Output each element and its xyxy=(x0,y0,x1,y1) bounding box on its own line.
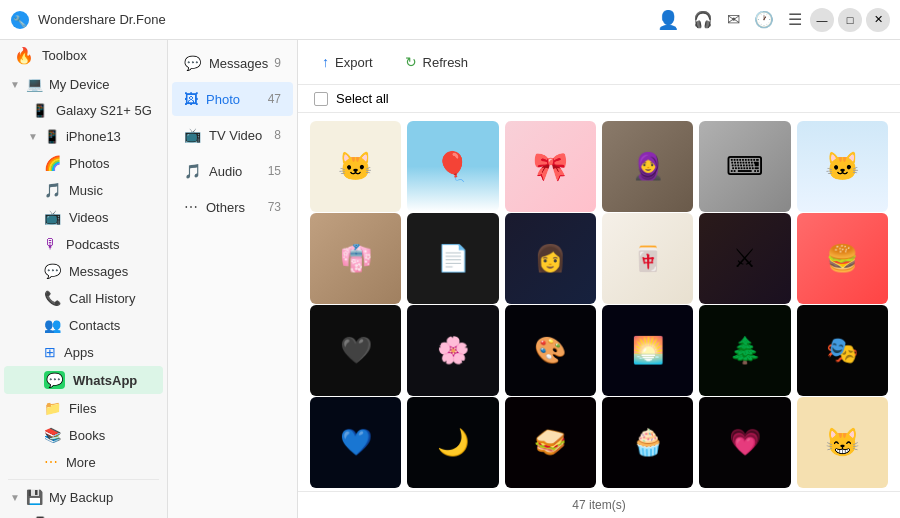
podcasts-icon: 🎙 xyxy=(44,236,58,252)
close-button[interactable]: ✕ xyxy=(866,8,890,32)
photo-cell[interactable]: 👩 xyxy=(505,213,596,304)
photo-thumbnail: 🎭 xyxy=(797,305,888,396)
photo-thumbnail: ⚔ xyxy=(699,213,790,304)
photo-thumbnail: 👘 xyxy=(310,213,401,304)
others-icon: ⋯ xyxy=(184,199,198,215)
photo-cell[interactable]: 🎈 xyxy=(407,121,498,212)
maximize-button[interactable]: □ xyxy=(838,8,862,32)
others-count: 73 xyxy=(268,200,281,214)
podcasts-label: Podcasts xyxy=(66,237,153,252)
photo-thumbnail: 🌅 xyxy=(602,305,693,396)
my-backup-label: My Backup xyxy=(49,490,113,505)
sidebar-item-apps[interactable]: ⊞ Apps xyxy=(4,339,163,365)
photo-cell[interactable]: 💙 xyxy=(310,397,401,488)
photo-cell[interactable]: 🧁 xyxy=(602,397,693,488)
sidebar-item-podcasts[interactable]: 🎙 Podcasts xyxy=(4,231,163,257)
sidebar-item-toolbox[interactable]: 🔥 Toolbox xyxy=(4,41,163,70)
history-icon[interactable]: 🕐 xyxy=(754,10,774,29)
photo-cell[interactable]: 🌸 xyxy=(407,305,498,396)
photo-cell[interactable]: 🀄 xyxy=(602,213,693,304)
apps-icon: ⊞ xyxy=(44,344,56,360)
phone-icon: 📱 xyxy=(32,103,48,118)
user-icon[interactable]: 👤 xyxy=(657,9,679,31)
sidebar-item-call-history[interactable]: 📞 Call History xyxy=(4,285,163,311)
menu-icon[interactable]: ☰ xyxy=(788,10,802,29)
photo-cell[interactable]: ⚔ xyxy=(699,213,790,304)
photo-cell[interactable]: ⌨ xyxy=(699,121,790,212)
middle-item-messages[interactable]: 💬 Messages 9 xyxy=(172,46,293,80)
middle-item-others[interactable]: ⋯ Others 73 xyxy=(172,190,293,224)
main-layout: 🔥 Toolbox ▼ 💻 My Device 📱 Galaxy S21+ 5G… xyxy=(0,40,900,518)
sidebar-backup-iphone13[interactable]: 📱 iPhone13 03/15 xyxy=(4,511,163,518)
photo-cell[interactable]: 👘 xyxy=(310,213,401,304)
headphone-icon[interactable]: 🎧 xyxy=(693,10,713,29)
sidebar-item-files[interactable]: 📁 Files xyxy=(4,395,163,421)
photo-thumbnail: 🎈 xyxy=(407,121,498,212)
audio-count: 15 xyxy=(268,164,281,178)
middle-item-photo[interactable]: 🖼 Photo 47 xyxy=(172,82,293,116)
sidebar-my-device[interactable]: ▼ 💻 My Device xyxy=(0,71,167,97)
photo-cell[interactable]: 🎀 xyxy=(505,121,596,212)
iphone13-icon: 📱 xyxy=(44,129,60,144)
contacts-icon: 👥 xyxy=(44,317,61,333)
photo-cell[interactable]: 🌲 xyxy=(699,305,790,396)
refresh-button[interactable]: ↻ Refresh xyxy=(397,50,477,74)
photo-thumbnail: 🍔 xyxy=(797,213,888,304)
messages-media-icon: 💬 xyxy=(184,55,201,71)
photo-cell[interactable]: 🌙 xyxy=(407,397,498,488)
sidebar-iphone13[interactable]: ▼ 📱 iPhone13 xyxy=(0,124,167,149)
photo-cell[interactable]: 🌅 xyxy=(602,305,693,396)
middle-item-tv-video[interactable]: 📺 TV Video 8 xyxy=(172,118,293,152)
sidebar-item-more[interactable]: ⋯ More xyxy=(4,449,163,475)
content-statusbar: 47 item(s) xyxy=(298,491,900,518)
photo-cell[interactable]: 🎨 xyxy=(505,305,596,396)
refresh-label: Refresh xyxy=(423,55,469,70)
sidebar-item-messages[interactable]: 💬 Messages xyxy=(4,258,163,284)
contacts-label: Contacts xyxy=(69,318,153,333)
window-controls: — □ ✕ xyxy=(810,8,890,32)
tv-video-count: 8 xyxy=(274,128,281,142)
refresh-icon: ↻ xyxy=(405,54,417,70)
photo-cell[interactable]: 🐱 xyxy=(310,121,401,212)
whatsapp-icon: 💬 xyxy=(44,371,65,389)
titlebar: 🔧 Wondershare Dr.Fone 👤 🎧 ✉ 🕐 ☰ — □ ✕ xyxy=(0,0,900,40)
photo-thumbnail: 💙 xyxy=(310,397,401,488)
sidebar-item-videos[interactable]: 📺 Videos xyxy=(4,204,163,230)
sidebar-item-music[interactable]: 🎵 Music xyxy=(4,177,163,203)
photo-cell[interactable]: 🎭 xyxy=(797,305,888,396)
photo-cell[interactable]: 📄 xyxy=(407,213,498,304)
apps-label: Apps xyxy=(64,345,153,360)
photo-cell[interactable]: 🍔 xyxy=(797,213,888,304)
sidebar-item-whatsapp[interactable]: 💬 WhatsApp xyxy=(4,366,163,394)
titlebar-icons: 👤 🎧 ✉ 🕐 ☰ xyxy=(657,9,802,31)
audio-icon: 🎵 xyxy=(184,163,201,179)
sidebar-item-contacts[interactable]: 👥 Contacts xyxy=(4,312,163,338)
minimize-button[interactable]: — xyxy=(810,8,834,32)
select-all-bar: Select all xyxy=(298,85,900,113)
messages-icon: 💬 xyxy=(44,263,61,279)
photo-cell[interactable]: 🖤 xyxy=(310,305,401,396)
photo-cell[interactable]: 🐱 xyxy=(797,121,888,212)
messages-label: Messages xyxy=(69,264,153,279)
photo-thumbnail: 🥪 xyxy=(505,397,596,488)
sidebar-item-galaxy[interactable]: 📱 Galaxy S21+ 5G xyxy=(4,98,163,123)
content-area: ↑ Export ↻ Refresh Select all 🐱🎈🎀🧕⌨🐱👘📄👩🀄… xyxy=(298,40,900,518)
middle-item-audio[interactable]: 🎵 Audio 15 xyxy=(172,154,293,188)
photo-cell[interactable]: 🥪 xyxy=(505,397,596,488)
mail-icon[interactable]: ✉ xyxy=(727,10,740,29)
tv-video-label: TV Video xyxy=(209,128,262,143)
sidebar-item-photos[interactable]: 🌈 Photos xyxy=(4,150,163,176)
sidebar-my-backup[interactable]: ▼ 💾 My Backup xyxy=(0,484,167,510)
content-toolbar: ↑ Export ↻ Refresh xyxy=(298,40,900,85)
photo-cell[interactable]: 🧕 xyxy=(602,121,693,212)
photo-cell[interactable]: 💗 xyxy=(699,397,790,488)
export-button[interactable]: ↑ Export xyxy=(314,50,381,74)
photo-cell[interactable]: 😸 xyxy=(797,397,888,488)
photo-thumbnail: 💗 xyxy=(699,397,790,488)
select-all-checkbox[interactable] xyxy=(314,92,328,106)
photo-thumbnail: 🀄 xyxy=(602,213,693,304)
sidebar-item-books[interactable]: 📚 Books xyxy=(4,422,163,448)
photos-icon: 🌈 xyxy=(44,155,61,171)
videos-icon: 📺 xyxy=(44,209,61,225)
books-icon: 📚 xyxy=(44,427,61,443)
